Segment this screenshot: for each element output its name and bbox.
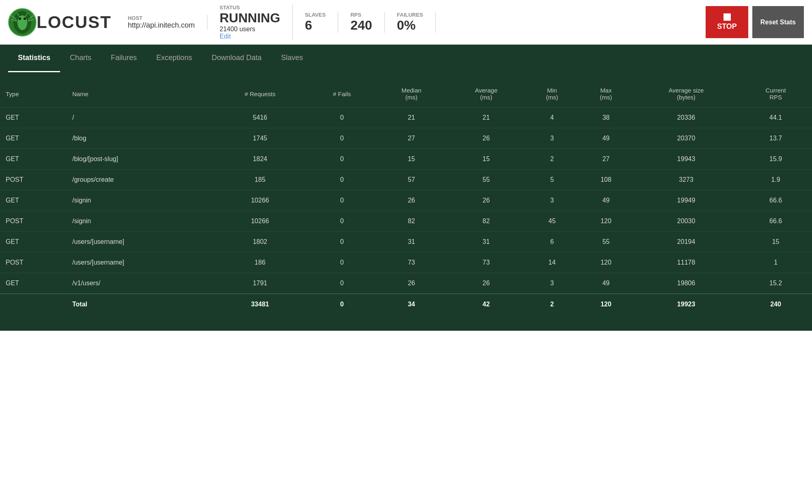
col-average: Average(ms) <box>447 80 525 108</box>
cell-rps: 1.9 <box>739 170 812 190</box>
reset-stats-button[interactable]: Reset Stats <box>752 6 804 38</box>
table-total-row: Total 33481 0 34 42 2 120 19923 240 <box>0 294 812 314</box>
cell-type: GET <box>0 190 67 211</box>
cell-fails: 0 <box>308 128 375 149</box>
tab-slaves[interactable]: Slaves <box>271 45 313 72</box>
table-row: GET /users/[username] 1802 0 31 31 6 55 … <box>0 232 812 252</box>
host-section: HOST http://api.initech.com <box>128 15 207 30</box>
table-header-row: Type Name # Requests # Fails Median(ms) … <box>0 80 812 108</box>
cell-min: 6 <box>525 232 579 252</box>
cell-fails: 0 <box>308 190 375 211</box>
cell-rps: 15.2 <box>739 273 812 294</box>
logo-area: LOCUST <box>8 8 112 37</box>
cell-fails: 0 <box>308 273 375 294</box>
cell-max: 27 <box>579 149 633 170</box>
cell-type: GET <box>0 128 67 149</box>
cell-min: 4 <box>525 108 579 128</box>
col-max: Max(ms) <box>579 80 633 108</box>
cell-min: 3 <box>525 273 579 294</box>
cell-fails: 0 <box>308 211 375 232</box>
total-max: 120 <box>579 294 633 314</box>
stop-icon <box>723 13 731 21</box>
cell-requests: 10266 <box>212 190 308 211</box>
cell-requests: 5416 <box>212 108 308 128</box>
status-section: STATUS RUNNING 21400 users Edit <box>220 4 293 40</box>
cell-avg-size: 20194 <box>633 232 739 252</box>
cell-max: 108 <box>579 170 633 190</box>
col-type: Type <box>0 80 67 108</box>
tab-charts[interactable]: Charts <box>60 45 101 72</box>
cell-max: 120 <box>579 252 633 273</box>
cell-median: 31 <box>376 232 447 252</box>
cell-max: 49 <box>579 190 633 211</box>
cell-min: 45 <box>525 211 579 232</box>
tab-failures[interactable]: Failures <box>101 45 147 72</box>
cell-type: GET <box>0 149 67 170</box>
col-current-rps: CurrentRPS <box>739 80 812 108</box>
cell-min: 5 <box>525 170 579 190</box>
cell-avg-size: 19806 <box>633 273 739 294</box>
cell-name: /groups/create <box>67 170 212 190</box>
total-rps: 240 <box>739 294 812 314</box>
status-label: STATUS <box>220 4 280 11</box>
host-value: http://api.initech.com <box>128 21 195 30</box>
cell-type: GET <box>0 232 67 252</box>
col-fails: # Fails <box>308 80 375 108</box>
total-avg-size: 19923 <box>633 294 739 314</box>
rps-section: RPS 240 <box>350 12 384 33</box>
total-min: 2 <box>525 294 579 314</box>
host-label: HOST <box>128 15 195 21</box>
cell-average: 26 <box>447 273 525 294</box>
cell-rps: 66.6 <box>739 190 812 211</box>
tab-statistics[interactable]: Statistics <box>8 45 60 72</box>
cell-avg-size: 11178 <box>633 252 739 273</box>
users-count: 21400 users <box>220 26 280 33</box>
cell-max: 38 <box>579 108 633 128</box>
total-type <box>0 294 67 314</box>
cell-requests: 1745 <box>212 128 308 149</box>
total-requests: 33481 <box>212 294 308 314</box>
header-buttons: STOP Reset Stats <box>706 6 804 38</box>
tab-exceptions[interactable]: Exceptions <box>147 45 202 72</box>
col-name: Name <box>67 80 212 108</box>
edit-link[interactable]: Edit <box>220 33 231 40</box>
table-row: GET /signin 10266 0 26 26 3 49 19949 66.… <box>0 190 812 211</box>
table-row: GET /v1/users/ 1791 0 26 26 3 49 19806 1… <box>0 273 812 294</box>
col-min: Min(ms) <box>525 80 579 108</box>
cell-requests: 1791 <box>212 273 308 294</box>
cell-median: 21 <box>376 108 447 128</box>
cell-name: /blog <box>67 128 212 149</box>
total-median: 34 <box>376 294 447 314</box>
tab-download-data[interactable]: Download Data <box>202 45 271 72</box>
cell-median: 73 <box>376 252 447 273</box>
status-value: RUNNING <box>220 11 280 26</box>
slaves-label: SLAVES <box>305 12 326 18</box>
cell-type: POST <box>0 252 67 273</box>
cell-type: POST <box>0 170 67 190</box>
cell-name: /v1/users/ <box>67 273 212 294</box>
cell-rps: 66.6 <box>739 211 812 232</box>
cell-type: GET <box>0 273 67 294</box>
cell-avg-size: 20336 <box>633 108 739 128</box>
stop-button[interactable]: STOP <box>706 6 748 38</box>
svg-point-8 <box>24 17 26 20</box>
cell-min: 14 <box>525 252 579 273</box>
cell-avg-size: 20370 <box>633 128 739 149</box>
total-label: Total <box>67 294 212 314</box>
cell-average: 26 <box>447 190 525 211</box>
cell-requests: 10266 <box>212 211 308 232</box>
cell-average: 26 <box>447 128 525 149</box>
svg-point-7 <box>19 17 21 20</box>
cell-fails: 0 <box>308 108 375 128</box>
nav: Statistics Charts Failures Exceptions Do… <box>0 45 812 72</box>
col-avg-size: Average size(bytes) <box>633 80 739 108</box>
cell-rps: 15.9 <box>739 149 812 170</box>
failures-label: FAILURES <box>397 12 423 18</box>
col-requests: # Requests <box>212 80 308 108</box>
failures-section: FAILURES 0% <box>397 12 436 33</box>
table-row: POST /signin 10266 0 82 82 45 120 20030 … <box>0 211 812 232</box>
cell-name: /signin <box>67 190 212 211</box>
table-row: GET /blog 1745 0 27 26 3 49 20370 13.7 <box>0 128 812 149</box>
cell-name: /users/[username] <box>67 252 212 273</box>
cell-median: 82 <box>376 211 447 232</box>
